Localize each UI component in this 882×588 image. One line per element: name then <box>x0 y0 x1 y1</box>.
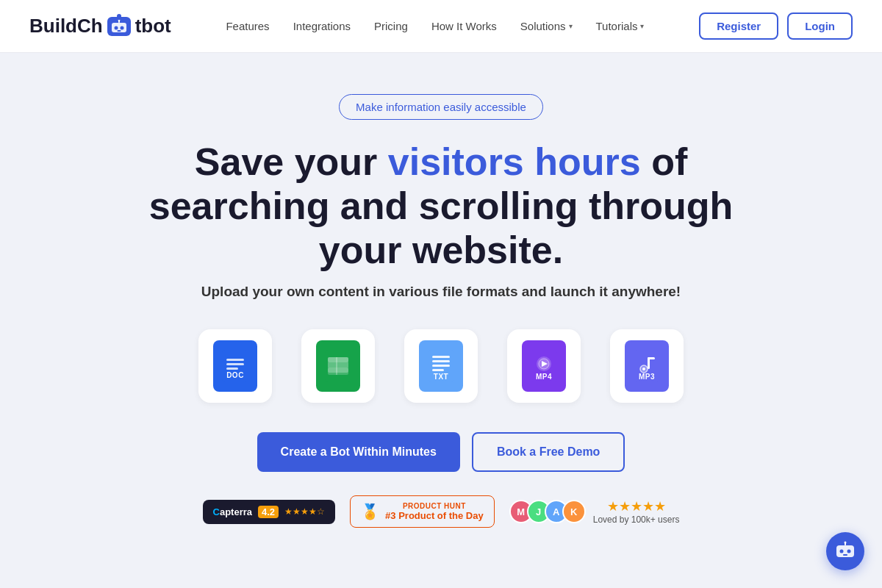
svg-rect-3 <box>117 30 121 32</box>
avatar: K <box>562 500 586 523</box>
hero-title-part1: Save your <box>195 140 388 183</box>
register-button[interactable]: Register <box>699 12 778 40</box>
file-format-mp4: MP4 <box>507 329 581 403</box>
medal-icon: 🏅 <box>361 503 379 520</box>
svg-rect-8 <box>226 363 244 365</box>
avatar-stack: M J A K <box>509 500 586 523</box>
chatbot-fab[interactable] <box>826 532 864 570</box>
social-proof: Capterra 4.2 ★★★★☆ 🏅 PRODUCT HUNT #3 Pro… <box>29 495 853 528</box>
svg-rect-15 <box>328 368 348 373</box>
producthunt-rank: #3 Product of the Day <box>385 510 484 521</box>
svg-rect-37 <box>843 554 847 556</box>
svg-text:MP4: MP4 <box>536 373 552 381</box>
nav-buttons: Register Login <box>699 12 853 40</box>
capterra-logo-text: Capterra <box>213 506 252 517</box>
sheets-icon <box>316 340 360 392</box>
svg-text:TXT: TXT <box>434 373 448 381</box>
svg-point-36 <box>847 550 851 553</box>
svg-rect-18 <box>432 356 450 358</box>
capterra-badge: Capterra 4.2 ★★★★☆ <box>203 500 336 524</box>
svg-text:MP3: MP3 <box>639 373 655 381</box>
svg-rect-7 <box>226 359 244 361</box>
svg-rect-32 <box>648 357 655 359</box>
hero-subtitle: Upload your own content in various file … <box>29 284 853 300</box>
mp4-icon: MP4 <box>522 340 566 392</box>
txt-icon: TXT <box>419 340 463 392</box>
logo[interactable]: BuildCh tbot <box>29 15 171 37</box>
robot-icon <box>107 17 131 36</box>
logo-text-part1: BuildCh <box>29 15 103 37</box>
svg-rect-20 <box>432 365 450 367</box>
stars-icon: ★★★★★ <box>593 498 680 514</box>
cta-buttons: Create a Bot Within Minutes Book a Free … <box>29 432 853 472</box>
file-format-txt: TXT <box>404 329 478 403</box>
producthunt-badge: 🏅 PRODUCT HUNT #3 Product of the Day <box>350 495 495 528</box>
nav-solutions-dropdown[interactable]: Solutions ▾ <box>520 20 573 32</box>
svg-point-2 <box>120 26 123 29</box>
users-badge: M J A K ★★★★★ Loved by 100k+ users <box>509 498 680 525</box>
create-bot-button[interactable]: Create a Bot Within Minutes <box>257 432 460 472</box>
nav-integrations[interactable]: Integrations <box>293 20 351 32</box>
logo-text-part2: tbot <box>135 15 171 37</box>
user-rating: ★★★★★ Loved by 100k+ users <box>593 498 680 525</box>
file-format-mp3: MP3 <box>610 329 684 403</box>
svg-point-35 <box>840 550 844 553</box>
svg-point-5 <box>118 20 120 21</box>
svg-rect-14 <box>328 362 348 368</box>
hero-title-highlight: visitors hours <box>388 140 641 183</box>
nav-features[interactable]: Features <box>226 20 269 32</box>
solutions-label: Solutions <box>520 20 566 32</box>
nav-how-it-works[interactable]: How It Works <box>431 20 497 32</box>
svg-text:DOC: DOC <box>226 371 244 379</box>
svg-point-1 <box>114 26 118 29</box>
navbar: BuildCh tbot Features Integrations Prici… <box>0 0 882 53</box>
svg-rect-9 <box>226 368 238 370</box>
producthunt-text: PRODUCT HUNT #3 Product of the Day <box>385 502 484 521</box>
svg-rect-21 <box>432 369 444 371</box>
nav-links: Features Integrations Pricing How It Wor… <box>226 20 644 32</box>
chevron-down-icon: ▾ <box>569 22 573 30</box>
chevron-down-icon: ▾ <box>640 22 644 30</box>
mp3-icon: MP3 <box>625 340 669 392</box>
svg-rect-13 <box>328 357 348 362</box>
svg-point-30 <box>642 368 645 370</box>
svg-point-39 <box>845 542 847 544</box>
capterra-score: 4.2 <box>258 506 279 518</box>
book-demo-button[interactable]: Book a Free Demo <box>472 432 625 472</box>
nav-tutorials-dropdown[interactable]: Tutorials ▾ <box>596 20 645 32</box>
svg-rect-19 <box>432 360 450 362</box>
capterra-stars: ★★★★☆ <box>284 506 325 517</box>
hero-title: Save your visitors hours of searching an… <box>125 140 757 272</box>
nav-pricing[interactable]: Pricing <box>374 20 408 32</box>
login-button[interactable]: Login <box>787 12 853 40</box>
file-format-sheets <box>301 329 375 403</box>
producthunt-label: PRODUCT HUNT <box>385 502 484 510</box>
doc-icon: DOC <box>213 340 257 392</box>
tutorials-label: Tutorials <box>596 20 638 32</box>
users-label: Loved by 100k+ users <box>593 514 680 525</box>
hero-badge: Make information easily accessible <box>339 94 543 120</box>
file-format-doc: DOC <box>198 329 272 403</box>
hero-section: Make information easily accessible Save … <box>0 53 882 588</box>
file-formats: DOC <box>29 329 853 403</box>
